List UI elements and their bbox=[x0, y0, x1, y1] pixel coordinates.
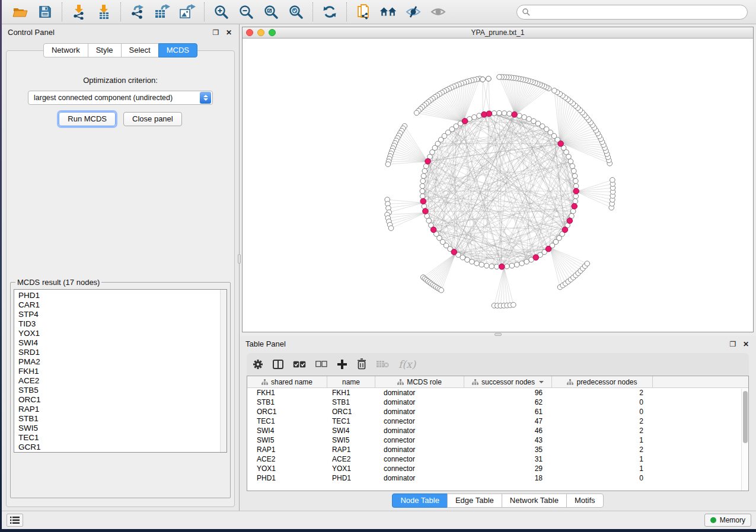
search-input[interactable] bbox=[533, 8, 742, 16]
toolbar-separator bbox=[62, 2, 62, 21]
network-window-titlebar[interactable]: YPA_prune.txt_1 bbox=[243, 27, 753, 39]
zoom-selected-icon bbox=[288, 4, 304, 20]
table-row[interactable]: ACE2ACE2connector311 bbox=[247, 454, 748, 464]
delete-table-button[interactable] bbox=[376, 360, 389, 368]
select-all-button[interactable] bbox=[293, 361, 306, 368]
mcds-result-item[interactable]: STB5 bbox=[18, 386, 227, 395]
zoom-selected-button[interactable] bbox=[287, 3, 305, 21]
zoom-out-button[interactable] bbox=[237, 3, 255, 21]
table-cell: 0 bbox=[552, 408, 653, 416]
column-label: name bbox=[342, 378, 360, 386]
close-table-panel-button[interactable]: ✕ bbox=[742, 340, 750, 348]
import-network-button[interactable] bbox=[70, 3, 88, 21]
zoom-fit-button[interactable] bbox=[262, 3, 280, 21]
network-graph[interactable] bbox=[243, 39, 753, 332]
table-row[interactable]: ORC1ORC1dominator610 bbox=[247, 407, 748, 416]
delete-column-button[interactable] bbox=[357, 358, 366, 370]
column-header-mcds-role[interactable]: MCDS role bbox=[375, 376, 464, 387]
table-row[interactable]: STB1STB1dominator620 bbox=[247, 398, 748, 407]
tab-style[interactable]: Style bbox=[88, 43, 122, 57]
refresh-button[interactable] bbox=[321, 3, 339, 21]
tab-network[interactable]: Network bbox=[43, 43, 88, 57]
split-view-button[interactable] bbox=[273, 360, 283, 369]
column-header-successor-nodes[interactable]: successor nodes bbox=[464, 376, 552, 387]
mcds-result-item[interactable]: GCR1 bbox=[18, 443, 227, 452]
table-cell: 0 bbox=[552, 474, 653, 482]
search-box[interactable] bbox=[516, 5, 748, 20]
mcds-result-item[interactable]: RAP1 bbox=[18, 405, 227, 414]
table-row[interactable]: PHD1PHD1dominator180 bbox=[247, 473, 748, 483]
table-cell: 0 bbox=[552, 398, 653, 406]
mcds-result-item[interactable]: SWI5 bbox=[18, 424, 227, 433]
table-row[interactable]: SWI5SWI5connector431 bbox=[247, 435, 748, 445]
mcds-result-item[interactable]: STP4 bbox=[18, 310, 227, 319]
table-row[interactable]: RAP1RAP1dominator352 bbox=[247, 445, 748, 454]
mcds-result-title: MCDS result (17 nodes) bbox=[15, 278, 101, 287]
export-image-button[interactable] bbox=[178, 3, 196, 21]
table-cell: PHD1 bbox=[247, 474, 327, 482]
table-settings-button[interactable] bbox=[253, 359, 263, 370]
table-cell: 1 bbox=[552, 464, 653, 473]
table-cell: FKH1 bbox=[327, 389, 375, 397]
mcds-result-item[interactable]: CAR1 bbox=[18, 300, 227, 310]
float-panel-button[interactable]: ❐ bbox=[212, 28, 220, 37]
sort-descending-icon bbox=[539, 381, 544, 383]
table-scrollbar-thumb[interactable] bbox=[743, 391, 748, 443]
task-history-button[interactable] bbox=[7, 514, 23, 527]
network-canvas[interactable] bbox=[243, 39, 753, 332]
criterion-select[interactable]: largest connected component (undirected) bbox=[28, 91, 213, 105]
tab-network-table[interactable]: Network Table bbox=[502, 493, 567, 508]
panel-splitter-handle[interactable] bbox=[238, 254, 241, 264]
table-toolbar: f(x) bbox=[247, 353, 749, 375]
mcds-result-item[interactable]: YOX1 bbox=[18, 329, 227, 338]
column-header-predecessor-nodes[interactable]: predecessor nodes bbox=[552, 376, 653, 387]
export-network-button[interactable] bbox=[129, 3, 146, 21]
hide-details-button[interactable] bbox=[404, 3, 422, 21]
mcds-result-item[interactable]: PMA2 bbox=[18, 357, 227, 367]
mcds-result-item[interactable]: STB1 bbox=[18, 414, 227, 424]
table-row[interactable]: SWI4SWI4dominator462 bbox=[247, 426, 748, 435]
table-cell: 2 bbox=[552, 389, 653, 397]
save-session-button[interactable] bbox=[36, 3, 54, 21]
column-header-shared-name[interactable]: shared name bbox=[247, 376, 327, 387]
zoom-in-button[interactable] bbox=[212, 3, 230, 21]
tab-mcds[interactable]: MCDS bbox=[158, 43, 197, 57]
table-row[interactable]: TEC1TEC1connector472 bbox=[247, 416, 748, 426]
close-panel-button-2[interactable]: Close panel bbox=[123, 112, 182, 126]
mcds-result-item[interactable]: ACE2 bbox=[18, 376, 227, 386]
run-mcds-button[interactable]: Run MCDS bbox=[59, 112, 116, 126]
add-column-button[interactable] bbox=[337, 359, 347, 370]
open-session-button[interactable] bbox=[11, 3, 29, 21]
clone-network-button[interactable] bbox=[355, 3, 372, 21]
float-table-panel-button[interactable]: ❐ bbox=[729, 340, 737, 348]
export-table-button[interactable] bbox=[154, 3, 171, 21]
mcds-result-list[interactable]: PHD1CAR1STP4TID3YOX1SWI4SRD1PMA2FKH1ACE2… bbox=[14, 289, 227, 453]
mcds-list-scrollbar[interactable] bbox=[220, 290, 227, 452]
table-cell: 2 bbox=[552, 446, 653, 454]
table-scrollbar[interactable] bbox=[741, 389, 748, 491]
mcds-result-item[interactable]: SRD1 bbox=[18, 348, 227, 357]
mcds-result-item[interactable]: TEC1 bbox=[18, 433, 227, 443]
tab-select[interactable]: Select bbox=[121, 43, 159, 57]
close-panel-button[interactable]: ✕ bbox=[225, 28, 233, 37]
import-table-button[interactable] bbox=[95, 3, 113, 21]
function-builder-button[interactable]: f(x) bbox=[398, 358, 416, 370]
houses-button[interactable] bbox=[379, 3, 397, 21]
table-cell: RAP1 bbox=[327, 446, 375, 454]
deselect-all-button[interactable] bbox=[315, 361, 327, 367]
mcds-result-item[interactable]: SWI4 bbox=[18, 338, 227, 348]
tab-node-table[interactable]: Node Table bbox=[392, 493, 448, 508]
mcds-result-item[interactable]: ORC1 bbox=[18, 395, 227, 405]
mcds-result-item[interactable]: PHD1 bbox=[18, 291, 227, 300]
tab-motifs[interactable]: Motifs bbox=[566, 493, 604, 508]
mcds-result-item[interactable]: TID3 bbox=[18, 319, 227, 329]
mcds-result-item[interactable]: FKH1 bbox=[18, 367, 227, 376]
table-row[interactable]: FKH1FKH1dominator962 bbox=[247, 388, 748, 398]
clone-network-icon bbox=[356, 4, 371, 20]
tab-edge-table[interactable]: Edge Table bbox=[447, 493, 502, 508]
memory-button[interactable]: Memory bbox=[704, 514, 751, 527]
table-row[interactable]: YOX1YOX1connector291 bbox=[247, 464, 748, 473]
column-header-name[interactable]: name bbox=[327, 376, 375, 387]
control-panel: Control Panel ❐ ✕ Network Style Select M… bbox=[2, 24, 240, 511]
show-details-button[interactable] bbox=[429, 3, 447, 21]
